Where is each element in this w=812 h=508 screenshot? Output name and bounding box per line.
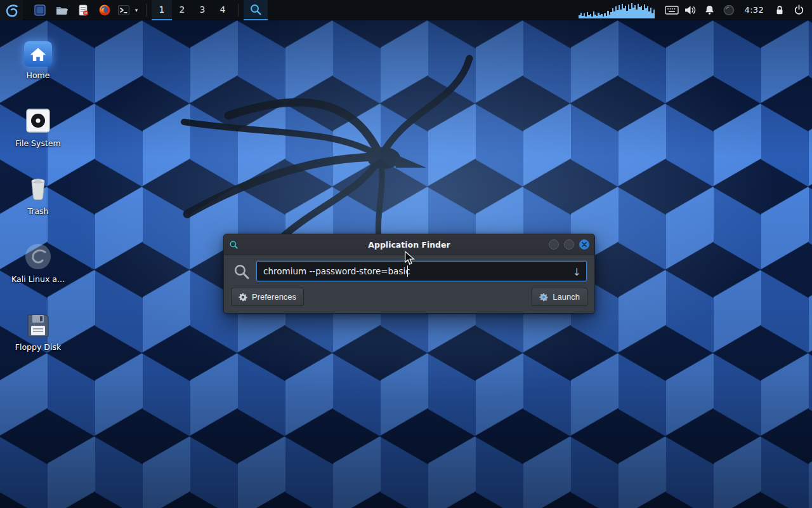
screen-lock-indicator[interactable] bbox=[770, 0, 789, 20]
kali-docs-icon bbox=[24, 243, 52, 271]
desktop-icon-label: Floppy Disk bbox=[6, 342, 70, 352]
top-panel: ▾ 1 2 3 4 bbox=[0, 0, 812, 20]
workspace-2[interactable]: 2 bbox=[172, 0, 192, 20]
launch-label: Launch bbox=[553, 292, 580, 302]
gear-icon bbox=[239, 293, 247, 302]
audio-spectrum-visualizer bbox=[577, 2, 656, 18]
mouse-cursor bbox=[403, 251, 416, 265]
applications-menu-button[interactable] bbox=[0, 0, 23, 20]
desktop-icon-label: Kali Linux a... bbox=[6, 274, 70, 284]
launcher-file-manager[interactable] bbox=[51, 0, 72, 20]
keyboard-icon bbox=[665, 5, 679, 15]
application-finder-window: Application Finder ↓ Preference bbox=[223, 234, 595, 314]
file-manager-icon bbox=[55, 4, 68, 17]
window-app-icon bbox=[34, 4, 46, 17]
launcher-firefox[interactable] bbox=[94, 0, 115, 20]
firefox-icon bbox=[98, 4, 111, 17]
launcher-text-editor[interactable] bbox=[72, 0, 94, 20]
panel-separator bbox=[146, 4, 147, 17]
bell-icon bbox=[704, 4, 715, 15]
execute-icon bbox=[539, 293, 548, 302]
maximize-button[interactable] bbox=[564, 239, 574, 250]
desktop-icon-label: Trash bbox=[6, 206, 70, 216]
volume-control[interactable] bbox=[681, 0, 700, 20]
desktop-icon-label: Home bbox=[6, 70, 70, 80]
desktop-icon-floppy[interactable]: Floppy Disk bbox=[6, 305, 70, 352]
window-title: Application Finder bbox=[224, 240, 594, 250]
close-button[interactable] bbox=[579, 239, 589, 250]
minimize-button[interactable] bbox=[549, 239, 559, 250]
close-icon bbox=[582, 242, 587, 247]
logout-button[interactable] bbox=[789, 0, 808, 20]
desktop-icon-filesystem[interactable]: File System bbox=[6, 102, 70, 148]
desktop-icon-trash[interactable]: Trash bbox=[6, 170, 70, 216]
floppy-icon bbox=[25, 312, 51, 338]
volume-icon bbox=[684, 5, 697, 15]
launcher-window-app[interactable] bbox=[29, 0, 51, 20]
workspace-1[interactable]: 1 bbox=[152, 0, 172, 20]
lock-icon bbox=[775, 4, 785, 15]
preferences-button[interactable]: Preferences bbox=[231, 288, 304, 306]
terminal-dropdown-caret[interactable]: ▾ bbox=[132, 0, 141, 20]
panel-separator bbox=[238, 4, 239, 17]
launcher-terminal[interactable] bbox=[115, 0, 132, 20]
preferences-label: Preferences bbox=[252, 292, 296, 302]
application-finder-task-icon bbox=[249, 3, 262, 16]
entry-dropdown-icon[interactable]: ↓ bbox=[573, 266, 581, 278]
text-editor-icon bbox=[77, 4, 89, 17]
power-icon bbox=[794, 4, 804, 15]
kali-menu-icon bbox=[4, 3, 19, 18]
search-icon bbox=[233, 263, 250, 280]
application-finder-icon bbox=[229, 240, 239, 250]
desktop-icon-kali-docs[interactable]: Kali Linux a... bbox=[6, 237, 70, 284]
notifications-indicator[interactable] bbox=[700, 0, 719, 20]
desktop-icon-home[interactable]: Home bbox=[6, 34, 70, 80]
terminal-icon bbox=[117, 4, 130, 17]
taskbar-application-finder[interactable] bbox=[244, 0, 268, 20]
panel-clock[interactable]: 4:32 bbox=[738, 5, 770, 15]
desktop-icon-label: File System bbox=[6, 138, 70, 148]
text-caret bbox=[407, 265, 408, 277]
workspace-4[interactable]: 4 bbox=[213, 0, 233, 20]
workspace-3[interactable]: 3 bbox=[192, 0, 213, 20]
filesystem-icon bbox=[24, 107, 52, 135]
home-icon bbox=[24, 41, 52, 67]
launch-button[interactable]: Launch bbox=[532, 288, 587, 306]
appfinder-search-input[interactable] bbox=[256, 261, 587, 281]
keyboard-layout-indicator[interactable] bbox=[662, 0, 681, 20]
status-icon bbox=[723, 4, 735, 16]
trash-icon bbox=[24, 175, 52, 203]
status-indicator[interactable] bbox=[719, 0, 738, 20]
